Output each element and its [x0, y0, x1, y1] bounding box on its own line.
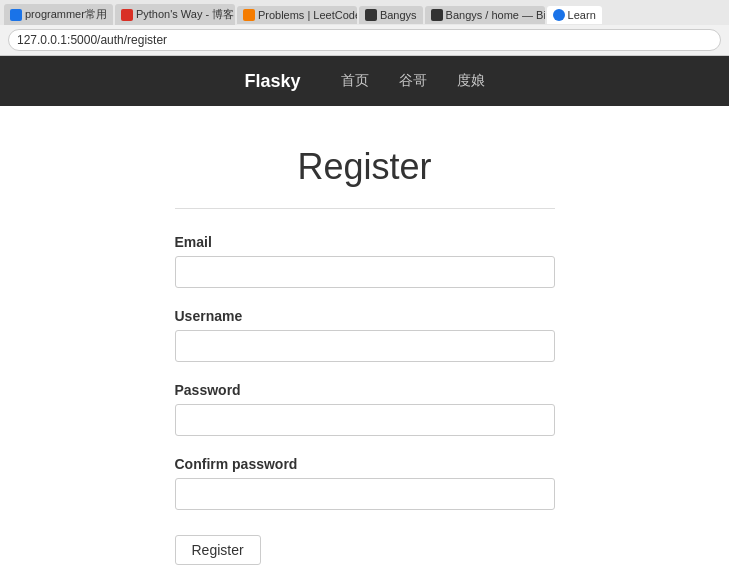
tab-icon-pythons-way	[121, 9, 133, 21]
page-title: Register	[297, 146, 431, 188]
tab-programmer[interactable]: programmer常用	[4, 4, 113, 25]
tab-pythons-way[interactable]: Python's Way - 博客...	[115, 4, 235, 25]
navbar: Flasky 首页 谷哥 度娘	[0, 56, 729, 106]
tab-icon-bangys-home	[431, 9, 443, 21]
tab-bangys-home[interactable]: Bangys / home — Bi...	[425, 6, 545, 24]
tab-icon-learn	[553, 9, 565, 21]
nav-link-duniang[interactable]: 度娘	[457, 72, 485, 90]
register-button[interactable]: Register	[175, 535, 261, 565]
username-input[interactable]	[175, 330, 555, 362]
nav-link-guge[interactable]: 谷哥	[399, 72, 427, 90]
divider	[175, 208, 555, 209]
url-input[interactable]	[8, 29, 721, 51]
navbar-nav: 首页 谷哥 度娘	[341, 72, 485, 90]
tabs-bar: programmer常用 Python's Way - 博客... Proble…	[0, 0, 729, 25]
tab-icon-bangys	[365, 9, 377, 21]
tab-learn[interactable]: Learn	[547, 6, 602, 24]
tab-icon-programmer	[10, 9, 22, 21]
email-label: Email	[175, 234, 555, 250]
page-content: Register Email Username Password Confirm…	[0, 106, 729, 586]
email-input[interactable]	[175, 256, 555, 288]
username-label: Username	[175, 308, 555, 324]
password-group: Password	[175, 382, 555, 436]
tab-leetcode[interactable]: Problems | LeetCode...	[237, 6, 357, 24]
password-label: Password	[175, 382, 555, 398]
confirm-password-input[interactable]	[175, 478, 555, 510]
url-bar-row	[0, 25, 729, 55]
register-form: Email Username Password Confirm password…	[175, 234, 555, 565]
email-group: Email	[175, 234, 555, 288]
password-input[interactable]	[175, 404, 555, 436]
confirm-password-group: Confirm password	[175, 456, 555, 510]
tab-bangys[interactable]: Bangys	[359, 6, 423, 24]
username-group: Username	[175, 308, 555, 362]
confirm-password-label: Confirm password	[175, 456, 555, 472]
nav-link-home[interactable]: 首页	[341, 72, 369, 90]
browser-chrome: programmer常用 Python's Way - 博客... Proble…	[0, 0, 729, 56]
navbar-brand[interactable]: Flasky	[244, 71, 300, 92]
tab-icon-leetcode	[243, 9, 255, 21]
